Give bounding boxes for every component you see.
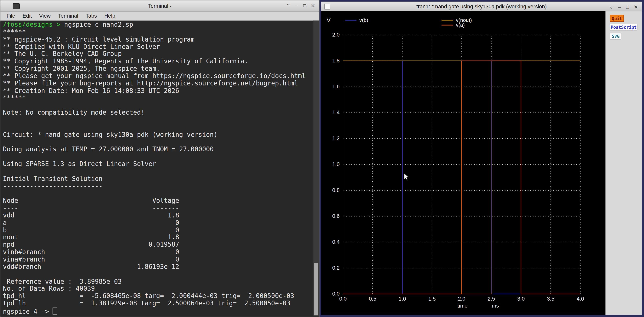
plot-titlebar[interactable]: tran1: * nand gate using sky130a pdk (wo…: [321, 2, 642, 11]
menu-help[interactable]: Help: [101, 12, 119, 20]
y-tick-label: 0.6: [323, 213, 340, 219]
legend-swatch: [345, 20, 356, 20]
legend-item-va: v(a): [442, 22, 465, 28]
trace-va: [343, 61, 580, 294]
terminal-cursor: [53, 307, 57, 314]
shell-command: ngspice c_nand2.sp: [64, 21, 133, 28]
legend-label: v(b): [359, 17, 368, 23]
terminal-output[interactable]: /foss/designs > ngspice c_nand2.sp *****…: [0, 21, 313, 316]
terminal-menubar: FileEditViewTerminalTabsHelp: [0, 12, 319, 21]
desktop: Terminal - ⌃–□✕ FileEditViewTerminalTabs…: [0, 0, 644, 317]
shade-button-icon[interactable]: ⌃: [284, 2, 292, 10]
y-tick-label: 1.0: [323, 161, 340, 167]
y-tick-label: 1.8: [323, 58, 340, 64]
y-axis-unit-label: V: [326, 17, 330, 23]
legend-label: v(a): [456, 22, 465, 28]
menu-terminal[interactable]: Terminal: [54, 12, 82, 20]
close-button-icon[interactable]: ✕: [632, 3, 640, 11]
legend-swatch: [442, 20, 453, 20]
plot-window-controls: ⌄–□✕: [607, 3, 640, 11]
minimize-button-icon[interactable]: –: [615, 3, 624, 11]
x-axis-unit-label: ms: [486, 303, 504, 309]
x-tick-label: 0.5: [364, 295, 381, 302]
y-tick-label: 1.6: [323, 84, 340, 90]
plot-window-title: tran1: * nand gate using sky130a pdk (wo…: [321, 3, 642, 10]
mouse-cursor: [404, 173, 410, 181]
terminal-scrollbar-thumb[interactable]: [314, 263, 318, 315]
plot-button-panel: Quit PostScript SVG: [605, 11, 642, 315]
menu-view[interactable]: View: [36, 12, 54, 20]
legend-item-vb: v(b): [345, 17, 368, 23]
shell-prompt-current: ngspice 4 ->: [3, 308, 53, 315]
y-tick-label: 0.8: [323, 187, 340, 193]
x-axis-label: time: [446, 303, 479, 309]
menu-file[interactable]: File: [3, 12, 19, 20]
y-tick-label: 1.2: [323, 135, 340, 142]
x-tick-label: 4.0: [572, 295, 588, 302]
shell-prompt: /foss/designs >: [3, 21, 64, 28]
maximize-button-icon[interactable]: □: [624, 3, 632, 11]
y-tick-label: 0.4: [323, 239, 340, 245]
menu-tabs[interactable]: Tabs: [82, 12, 101, 20]
menu-edit[interactable]: Edit: [19, 12, 36, 20]
y-tick-label: 1.4: [323, 109, 340, 116]
terminal-window: Terminal - ⌃–□✕ FileEditViewTerminalTabs…: [0, 0, 320, 317]
legend-swatch: [442, 25, 453, 25]
terminal-window-controls: ⌃–□✕: [284, 2, 317, 10]
x-tick-label: 2.0: [453, 295, 470, 302]
x-tick-label: 2.5: [483, 295, 500, 302]
x-tick-label: 1.5: [424, 295, 440, 302]
svg-button[interactable]: SVG: [610, 33, 622, 40]
plot-area: V time ms Quit PostScript SVG -0.00.20.4…: [321, 11, 642, 315]
close-button-icon[interactable]: ✕: [309, 2, 317, 10]
x-tick-label: 3.5: [542, 295, 559, 302]
waveform-chart: [321, 11, 605, 315]
maximize-button-icon[interactable]: □: [300, 2, 309, 10]
terminal-body-lines: ****** ** ngspice-45.2 : Circuit level s…: [3, 28, 306, 307]
x-tick-label: 1.0: [394, 295, 410, 302]
shade-button-icon[interactable]: ⌄: [607, 3, 616, 11]
x-tick-label: 0.0: [335, 295, 351, 302]
minimize-button-icon[interactable]: –: [292, 2, 301, 10]
y-tick-label: 0.2: [323, 265, 340, 271]
terminal-scrollbar[interactable]: [313, 21, 319, 316]
postscript-button[interactable]: PostScript: [610, 24, 638, 30]
y-tick-label: 2.0: [323, 32, 340, 38]
quit-button[interactable]: Quit: [610, 15, 624, 22]
terminal-window-title: Terminal -: [0, 3, 319, 9]
terminal-titlebar[interactable]: Terminal - ⌃–□✕: [0, 1, 319, 12]
ngspice-plot-window: tran1: * nand gate using sky130a pdk (wo…: [320, 0, 644, 317]
x-tick-label: 3.0: [513, 295, 529, 302]
